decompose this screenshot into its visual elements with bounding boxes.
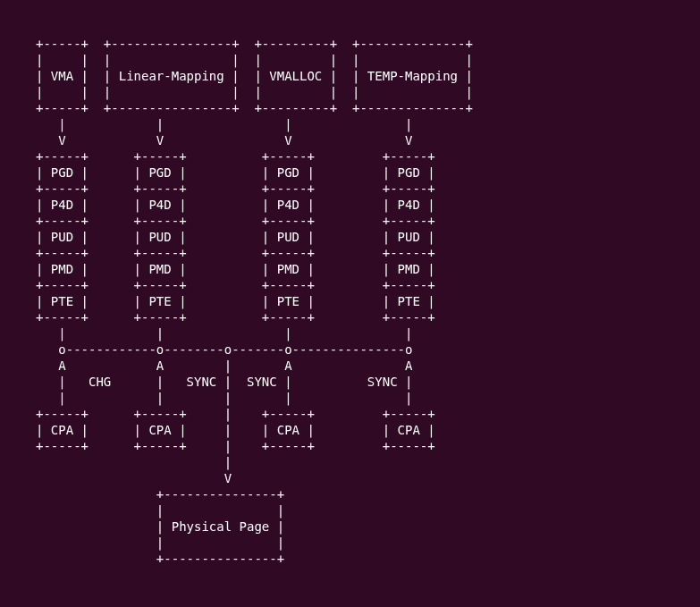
diagram-line: +---------------+ <box>36 552 284 566</box>
diagram-line: V <box>36 471 232 485</box>
diagram-line: +-----+ +-----+ +-----+ +-----+ <box>36 214 435 228</box>
diagram-line: +-----+ +----------------+ +---------+ +… <box>36 101 473 115</box>
diagram-line: | | | | | | | | <box>36 53 473 67</box>
diagram-line: +-----+ +-----+ +-----+ +-----+ <box>36 246 435 260</box>
diagram-line: | | <box>36 535 284 550</box>
diagram-line: | CPA | | CPA | | | CPA | | CPA | <box>36 423 435 437</box>
diagram-line: | PGD | | PGD | | PGD | | PGD | <box>36 165 435 180</box>
diagram-line: A A | A A <box>36 358 412 373</box>
diagram-line: | PUD | | PUD | | PUD | | PUD | <box>36 230 435 244</box>
diagram-line: +---------------+ <box>36 487 284 502</box>
diagram-line: +-----+ +-----+ | +-----+ +-----+ <box>36 407 435 421</box>
diagram-line: +-----+ +-----+ +-----+ +-----+ <box>36 181 435 196</box>
diagram-line: | | | | <box>36 117 412 131</box>
diagram-line: +-----+ +-----+ +-----+ +-----+ <box>36 278 435 292</box>
diagram-line: | P4D | | P4D | | P4D | | P4D | <box>36 198 435 212</box>
diagram-line: | PTE | | PTE | | PTE | | PTE | <box>36 294 435 308</box>
diagram-line: +-----+ +----------------+ +---------+ +… <box>36 37 473 51</box>
diagram-line: | | | | <box>36 326 412 341</box>
diagram-line: | Physical Page | <box>36 519 284 534</box>
diagram-line: | PMD | | PMD | | PMD | | PMD | <box>36 262 435 276</box>
diagram-line: +-----+ +-----+ | +-----+ +-----+ <box>36 439 435 453</box>
diagram-line: | CHG | SYNC | SYNC | SYNC | <box>36 375 412 389</box>
diagram-line: +-----+ +-----+ +-----+ +-----+ <box>36 149 435 164</box>
diagram-line: | | | | | <box>36 391 412 405</box>
diagram-line: o------------o--------o-------o---------… <box>36 342 412 357</box>
diagram-line: | VMA | | Linear-Mapping | | VMALLOC | |… <box>36 69 473 83</box>
diagram-line: | | | | | | | | <box>36 85 473 99</box>
diagram-line: V V V V <box>36 133 412 148</box>
diagram-line: | <box>36 455 232 469</box>
diagram-line: | | <box>36 503 284 518</box>
diagram-line: +-----+ +-----+ +-----+ +-----+ <box>36 310 435 325</box>
ascii-diagram: +-----+ +----------------+ +---------+ +… <box>0 0 700 603</box>
